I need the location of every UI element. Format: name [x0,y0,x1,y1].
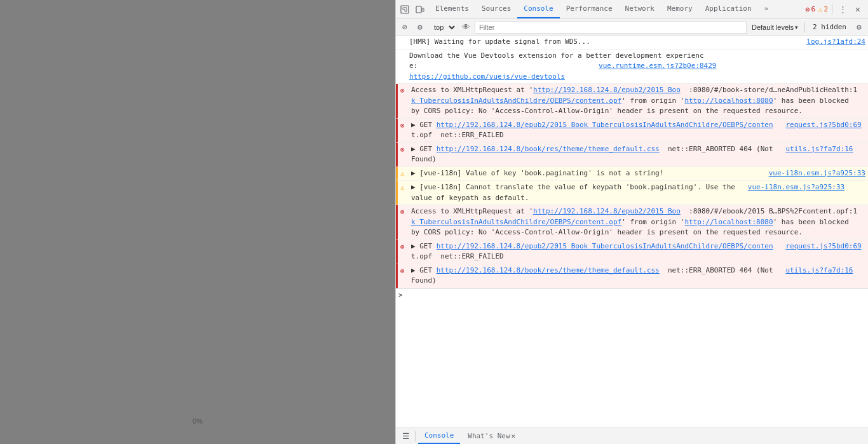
console-messages-area[interactable]: [HMR] Waiting for update signal from WDS… [396,36,868,427]
warn-count: 2 [824,5,828,13]
devtools-icons-left [396,3,429,16]
error-icon-6: ⊗ [400,266,409,277]
tab-performance[interactable]: Performance [560,0,619,18]
console-settings-icon[interactable]: ⚙ [414,21,426,34]
zoom-label: 0% [193,417,203,425]
devtools-toolbar: Elements Sources Console Performance Net… [396,0,868,19]
msg-content-cors-1: Access to XMLHttpRequest at 'http://192.… [411,85,865,117]
tab-elements[interactable]: Elements [429,0,475,18]
bottom-whats-new-label: What's New [468,432,510,440]
console-toolbar: ⊘ ⚙ top 👁 Default levels ▾ 2 hidden ⚙ [396,19,868,36]
get-source-1[interactable]: request.js?5bd0:69 [785,121,861,129]
inspect-element-icon[interactable] [398,3,411,16]
error-count: 6 [811,5,816,13]
eye-icon[interactable]: 👁 [459,21,472,34]
tab-network[interactable]: Network [619,0,661,18]
console-context-select[interactable]: top [429,21,457,34]
warn-icon-1: ⚠ [400,169,409,180]
error-icon-1: ⊗ [400,86,409,97]
console-msg-hmr: [HMR] Waiting for update signal from WDS… [396,36,868,50]
devtools-panel: Elements Sources Console Performance Net… [395,0,868,444]
vue-devtools-url[interactable]: https://github.com/vuejs/vue-devtools [409,72,565,81]
error-icon-5: ⊗ [400,242,409,253]
tab-sources[interactable]: Sources [475,0,517,18]
tab-application[interactable]: Application [699,0,758,18]
console-filter-input[interactable] [475,21,747,34]
close-devtools-icon[interactable]: ✕ [851,3,864,16]
svg-rect-2 [422,8,424,11]
i18n-source-2[interactable]: vue-i18n.esm.js?a925:33 [748,183,844,191]
main-content: 0% [0,0,395,444]
default-levels-button[interactable]: Default levels ▾ [749,21,801,34]
bottom-console-label: Console [424,431,454,440]
console-msg-i18n-1: ⚠ ▶ [vue-i18n] Value of key 'book.pagina… [396,167,868,182]
tab-console[interactable]: Console [517,0,559,18]
console-msg-get-err-1: ⊗ ▶ GET http://192.168.124.8/epub2/2015 … [396,119,868,143]
get-url-aborted-2[interactable]: http://192.168.124.8/book/res/theme/them… [437,266,660,274]
console-msg-get-aborted-1: ⊗ ▶ GET http://192.168.124.8/book/res/th… [396,143,868,167]
devtools-icons-right: ⊗ 6 ⚠ 2 ⋮ ✕ [801,3,868,16]
vue-devtools-source-link[interactable]: vue.runtime.esm.js?2b0e:8429 [599,62,716,70]
hidden-count-label: 2 hidden [809,23,850,31]
more-options-icon[interactable]: ⋮ [836,3,849,16]
divider [832,4,832,15]
console-msg-get-aborted-2: ⊗ ▶ GET http://192.168.124.8/book/res/th… [396,264,868,288]
error-icon-4: ⊗ [400,207,409,218]
clear-console-icon[interactable]: ⊘ [398,21,411,34]
get-source-aborted-1[interactable]: utils.js?fa7d:16 [785,145,853,153]
msg-source-i18n-1[interactable]: vue-i18n.esm.js?a925:33 [765,168,865,179]
get-source-2[interactable]: request.js?5bd0:69 [785,242,861,250]
device-toolbar-icon[interactable] [414,3,426,16]
msg-source-hmr[interactable]: log.js?1afd:24 [803,37,865,48]
devtools-bottom-bar: ☰ Console What's New ✕ [396,427,868,444]
default-levels-label: Default levels [752,24,794,31]
msg-content-vue-devtools: Download the Vue Devtools extension for … [409,51,865,83]
bottom-tab-whats-new[interactable]: What's New ✕ [461,428,522,444]
console-msg-vue-devtools: Download the Vue Devtools extension for … [396,50,868,84]
msg-content-get-aborted-1: ▶ GET http://192.168.124.8/book/res/them… [411,144,865,165]
bottom-menu-icon[interactable]: ☰ [400,430,412,443]
tab-memory[interactable]: Memory [661,0,699,18]
console-msg-get-err-2: ⊗ ▶ GET http://192.168.124.8/epub2/2015 … [396,240,868,264]
get-url-1[interactable]: http://192.168.124.8/epub2/2015 Book Tub… [437,121,773,129]
msg-content-get-err-1: ▶ GET http://192.168.124.8/epub2/2015 Bo… [411,120,865,141]
error-icon-3: ⊗ [400,145,409,156]
warn-triangle-icon: ⚠ [818,5,822,14]
console-prompt-icon: > [398,291,403,299]
console-input-row[interactable]: > [396,288,868,301]
msg-content-cors-2: Access to XMLHttpRequest at 'http://192.… [411,206,865,238]
svg-rect-1 [416,6,421,13]
get-url-2[interactable]: http://192.168.124.8/epub2/2015 Book Tub… [437,242,773,250]
bottom-tab-console[interactable]: Console [418,428,460,444]
get-url-aborted-1[interactable]: http://192.168.124.8/book/res/theme/them… [437,145,660,153]
tab-more[interactable]: » [758,0,775,18]
error-circle-icon: ⊗ [805,5,810,14]
bottom-divider [415,431,416,441]
cors-url-1[interactable]: http://192.168.124.8/epub2/2015 Boo [533,86,681,94]
cors-url-2b[interactable]: k TuberculosisInAdultsAndChildre/OEBPS/c… [411,218,621,226]
console-msg-cors-2: ⊗ Access to XMLHttpRequest at 'http://19… [396,205,868,240]
cors-url-2[interactable]: http://192.168.124.8/epub2/2015 Boo [533,207,681,215]
msg-content-get-err-2: ▶ GET http://192.168.124.8/epub2/2015 Bo… [411,241,865,262]
toolbar-gear-icon[interactable]: ⚙ [853,21,865,34]
cors-origin-2[interactable]: http://localhost:8080 [684,218,773,226]
warn-badge[interactable]: ⚠ 2 [818,5,828,14]
cors-url-1b[interactable]: k TuberculosisInAdultsAndChildre/OEBPS/c… [411,97,621,105]
dropdown-arrow-icon: ▾ [795,24,798,30]
error-badge[interactable]: ⊗ 6 [805,5,815,14]
warn-icon-2: ⚠ [400,183,409,194]
devtools-tabs: Elements Sources Console Performance Net… [429,0,801,18]
msg-content-i18n-1: ▶ [vue-i18n] Value of key 'book.paginati… [411,168,765,179]
close-whats-new-icon[interactable]: ✕ [512,432,516,440]
cors-origin-1[interactable]: http://localhost:8080 [684,97,773,105]
toolbar-divider [804,22,805,32]
msg-content-hmr: [HMR] Waiting for update signal from WDS… [409,37,803,48]
msg-content-i18n-2: ▶ [vue-i18n] Cannot translate the value … [411,182,865,203]
console-msg-i18n-2: ⚠ ▶ [vue-i18n] Cannot translate the valu… [396,181,868,205]
console-msg-cors-1: ⊗ Access to XMLHttpRequest at 'http://19… [396,84,868,119]
get-source-aborted-2[interactable]: utils.js?fa7d:16 [785,266,853,274]
msg-content-get-aborted-2: ▶ GET http://192.168.124.8/book/res/them… [411,266,865,286]
error-icon-2: ⊗ [400,121,409,131]
